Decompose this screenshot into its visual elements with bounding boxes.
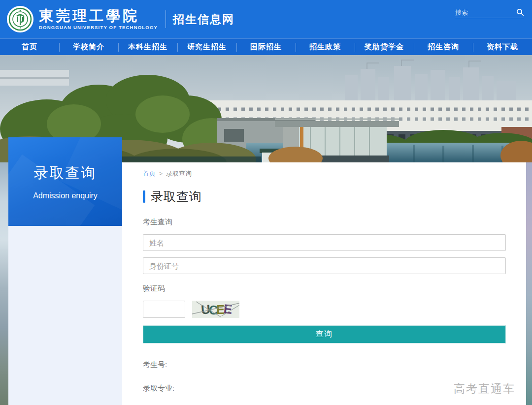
- result-admitted-major: 录取专业:: [143, 384, 506, 393]
- page-title-text: 录取查询: [151, 188, 202, 205]
- breadcrumb-separator: >: [159, 170, 163, 177]
- nav-item-scholarship[interactable]: 奖助贷学金: [355, 39, 414, 55]
- admission-enquiry-banner: 录取查询 Admission enquiry: [8, 137, 122, 226]
- name-input[interactable]: [143, 234, 506, 251]
- captcha-row: U C E E: [143, 301, 506, 318]
- nav-item-undergrad[interactable]: 本科生招生: [118, 39, 177, 55]
- query-results: 考生号: 录取专业: 报道情况:: [143, 360, 506, 405]
- title-accent-bar: [143, 190, 145, 203]
- header: 東莞理工學院 DONGGUAN UNIVERSITY OF TECHNOLOGY…: [0, 0, 532, 38]
- result-candidate-number: 考生号:: [143, 360, 506, 370]
- candidate-query-label: 考生查询: [143, 218, 506, 227]
- university-name-en: DONGGUAN UNIVERSITY OF TECHNOLOGY: [39, 25, 158, 30]
- nav-item-home[interactable]: 首页: [0, 39, 59, 55]
- site-name: 招生信息网: [173, 12, 234, 27]
- id-number-input[interactable]: [143, 257, 506, 274]
- nav-item-policy[interactable]: 招生政策: [296, 39, 355, 55]
- nav-item-download[interactable]: 资料下载: [473, 39, 532, 55]
- nav-item-graduate[interactable]: 研究生招生: [177, 39, 236, 55]
- nav-item-international[interactable]: 国际招生: [236, 39, 296, 55]
- banner-title-en: Admission enquiry: [33, 191, 98, 200]
- university-name-cn: 東莞理工學院: [39, 8, 158, 24]
- search-icon[interactable]: [516, 8, 524, 16]
- right-background-strip: [526, 162, 532, 405]
- search-box: [455, 8, 524, 18]
- main-nav: 首页 学校简介 本科生招生 研究生招生 国际招生 招生政策 奖助贷学金 招生咨询…: [0, 38, 532, 55]
- nav-item-about[interactable]: 学校简介: [59, 39, 118, 55]
- captcha-label: 验证码: [143, 284, 506, 293]
- page-title: 录取查询: [143, 188, 506, 205]
- breadcrumb-home-link[interactable]: 首页: [143, 169, 156, 178]
- captcha-image[interactable]: U C E E: [192, 301, 239, 318]
- nav-item-consult[interactable]: 招生咨询: [414, 39, 473, 55]
- brand-text: 東莞理工學院 DONGGUAN UNIVERSITY OF TECHNOLOGY: [39, 8, 158, 31]
- left-background-strip: [0, 162, 8, 405]
- admissions-page: 東莞理工學院 DONGGUAN UNIVERSITY OF TECHNOLOGY…: [0, 0, 532, 405]
- search-input[interactable]: [455, 9, 516, 16]
- university-logo-icon: [7, 6, 33, 32]
- main-content: 首页 > 录取查询 录取查询 考生查询 验证码 U C E E: [122, 162, 526, 405]
- captcha-input[interactable]: [143, 301, 185, 318]
- query-submit-button[interactable]: 查询: [143, 325, 506, 343]
- breadcrumb: 首页 > 录取查询: [143, 169, 506, 178]
- breadcrumb-current: 录取查询: [166, 169, 192, 178]
- header-divider: [166, 10, 166, 28]
- brand: 東莞理工學院 DONGGUAN UNIVERSITY OF TECHNOLOGY…: [0, 6, 234, 32]
- banner-title-cn: 录取查询: [34, 163, 97, 183]
